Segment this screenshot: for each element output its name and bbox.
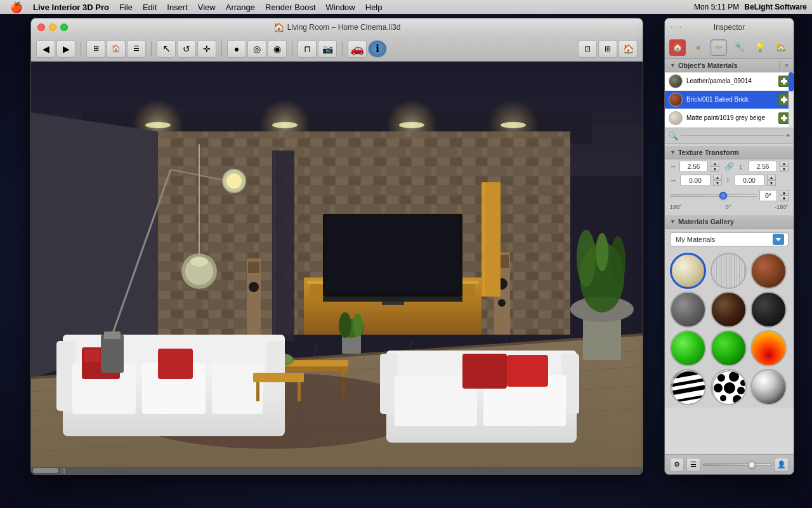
menu-app[interactable]: Live Interior 3D Pro xyxy=(28,0,114,14)
angle-slider[interactable] xyxy=(670,194,757,197)
select-tool[interactable]: ↖ xyxy=(157,40,176,58)
scale-y-down[interactable]: ▼ xyxy=(780,166,789,172)
gallery-item-green1[interactable] xyxy=(670,330,706,366)
3d-viewport[interactable] xyxy=(31,62,643,473)
gallery-item-darkwood[interactable] xyxy=(710,291,747,328)
svg-point-123 xyxy=(733,395,742,404)
gallery-item-cream[interactable] xyxy=(670,253,706,289)
menu-window[interactable]: Window xyxy=(321,0,360,14)
gallery-item-chrome[interactable] xyxy=(750,369,787,405)
materials-scrollbar[interactable] xyxy=(789,72,794,128)
angle-down[interactable]: ▼ xyxy=(780,196,789,201)
offset-x-down[interactable]: ▼ xyxy=(713,180,722,186)
menu-time: Mon 5:11 PM xyxy=(694,3,739,11)
offset-x-stepper[interactable]: ▲ ▼ xyxy=(713,175,722,186)
iso-view-btn[interactable]: ⊞ xyxy=(598,40,617,58)
2d-view-button[interactable]: ⊞ xyxy=(86,40,105,58)
gallery-grid xyxy=(665,250,794,408)
gallery-item-spots[interactable] xyxy=(710,369,747,405)
list-view-button[interactable]: ☰ xyxy=(127,40,146,58)
walls-btn[interactable]: ⊓ xyxy=(298,40,317,58)
menu-insert[interactable]: Insert xyxy=(162,0,193,14)
bottom-slider-thumb[interactable] xyxy=(748,461,756,469)
scale-x-down[interactable]: ▼ xyxy=(710,166,719,172)
gallery-item-verydark[interactable] xyxy=(750,291,787,328)
gallery-item-fire[interactable] xyxy=(750,330,787,366)
render-btn2[interactable]: ◎ xyxy=(247,40,266,58)
forward-button[interactable]: ▶ xyxy=(56,40,75,58)
offset-y-up[interactable]: ▲ xyxy=(767,175,776,180)
angle-stepper[interactable]: ▲ ▼ xyxy=(780,190,789,201)
scale-x-input[interactable]: 2.56 xyxy=(679,161,708,172)
scale-x-up[interactable]: ▲ xyxy=(710,161,719,166)
gallery-item-concrete[interactable] xyxy=(670,291,706,328)
filter-menu-btn[interactable]: ≡ xyxy=(786,132,790,139)
angle-up[interactable]: ▲ xyxy=(780,190,789,196)
render-btn1[interactable]: ● xyxy=(227,40,246,58)
home-view-btn[interactable]: 🏠 xyxy=(619,40,638,58)
menu-render-boost[interactable]: Render Boost xyxy=(260,0,321,14)
offset-y-down[interactable]: ▼ xyxy=(767,180,776,186)
scale-y-icon: ↕ xyxy=(739,163,746,170)
material-item-leather[interactable]: Leather/pamela_09014 xyxy=(665,72,794,91)
gallery-item-zebra[interactable] xyxy=(670,369,706,405)
bottom-person-btn[interactable]: 👤 xyxy=(775,458,789,472)
menu-view[interactable]: View xyxy=(193,0,221,14)
gallery-item-wood1[interactable] xyxy=(710,253,747,289)
inspector-tab-materials[interactable]: 🔧 xyxy=(731,39,748,56)
svg-rect-105 xyxy=(783,115,785,121)
search-icon[interactable]: 🔍 xyxy=(669,131,678,140)
menu-arrange[interactable]: Arrange xyxy=(221,0,260,14)
bottom-list-btn[interactable]: ☰ xyxy=(686,458,700,472)
menu-edit[interactable]: Edit xyxy=(138,0,162,14)
material-item-brick[interactable]: Brick/001 Baked Brick xyxy=(665,91,794,109)
scrollbar-thumb[interactable] xyxy=(33,468,58,473)
3d-view-button[interactable]: 🏠 xyxy=(107,40,126,58)
inspector-maximize[interactable] xyxy=(680,27,681,28)
scale-y-up[interactable]: ▲ xyxy=(780,161,789,166)
inspector-tab-edit[interactable]: ✏ xyxy=(710,39,727,56)
inspector-traffic-lights xyxy=(671,27,681,28)
scale-x-stepper[interactable]: ▲ ▼ xyxy=(710,161,719,172)
angle-row: 0° ▲ ▼ xyxy=(665,187,794,204)
menu-help[interactable]: Help xyxy=(360,0,388,14)
render-btn3[interactable]: ◉ xyxy=(268,40,287,58)
scale-x-icon: ↔ xyxy=(670,163,677,170)
inspector-tab-sphere[interactable]: ● xyxy=(690,39,707,56)
apple-menu[interactable]: 🍎 xyxy=(5,0,28,14)
gallery-item-brick-mat[interactable] xyxy=(750,253,787,289)
scale-y-input[interactable]: 2.56 xyxy=(749,161,777,172)
gallery-item-green2[interactable] xyxy=(710,330,747,366)
offset-x-up[interactable]: ▲ xyxy=(713,175,722,180)
move-tool[interactable]: ✛ xyxy=(197,40,216,58)
angle-slider-thumb[interactable] xyxy=(719,192,727,199)
pan-tool[interactable]: ↺ xyxy=(177,40,196,58)
inspector-tab-home[interactable]: 🏠 xyxy=(669,39,686,56)
offset-y-input[interactable]: 0.00 xyxy=(734,175,764,186)
materials-scrollthumb[interactable] xyxy=(789,72,794,91)
bottom-settings-btn[interactable]: ⚙ xyxy=(670,458,684,472)
back-button[interactable]: ◀ xyxy=(36,40,55,58)
angle-value[interactable]: 0° xyxy=(759,190,777,201)
scale-y-stepper[interactable]: ▲ ▼ xyxy=(780,161,789,172)
minimize-button[interactable] xyxy=(49,23,56,31)
offset-x-input[interactable]: 0.00 xyxy=(680,175,710,186)
bottom-size-slider[interactable] xyxy=(703,464,772,466)
inspector-tab-light[interactable]: 💡 xyxy=(752,39,768,56)
menu-file[interactable]: File xyxy=(114,0,138,14)
offset-y-stepper[interactable]: ▲ ▼ xyxy=(767,175,776,186)
materials-menu-btn[interactable]: ≡ xyxy=(785,62,789,69)
inspector-close[interactable] xyxy=(671,27,672,28)
inspector-tab-scene[interactable]: 🏡 xyxy=(773,39,789,56)
materials-gallery-dropdown[interactable]: My Materials xyxy=(670,232,789,246)
inspector-minimize[interactable] xyxy=(676,27,677,28)
link-icon[interactable]: 🔗 xyxy=(724,162,734,171)
maximize-button[interactable] xyxy=(60,23,68,31)
horizontal-scrollbar[interactable]: ||| xyxy=(31,467,643,474)
material-item-matte[interactable]: Matte paint/1019 grey beige xyxy=(665,109,794,128)
info-btn[interactable]: ℹ xyxy=(368,40,387,58)
top-view-btn[interactable]: ⊡ xyxy=(578,40,597,58)
close-button[interactable] xyxy=(37,23,45,31)
camera-btn[interactable]: 📷 xyxy=(318,40,337,58)
obj-btn1[interactable]: 🚗 xyxy=(348,40,367,58)
